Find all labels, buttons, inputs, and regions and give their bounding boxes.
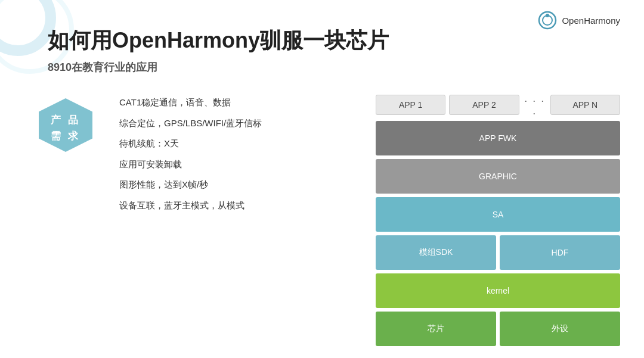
graphic-row: GRAPHIC xyxy=(376,159,620,194)
logo: OpenHarmony xyxy=(538,11,620,30)
main-title: 如何用OpenHarmony驯服一块芯片 xyxy=(48,26,525,55)
openharmony-logo-icon xyxy=(538,11,557,30)
sub-title: 8910在教育行业的应用 xyxy=(48,60,525,74)
feature-item-5: 图形性能，达到X帧/秒 xyxy=(119,175,358,195)
sa-row: SA xyxy=(376,197,620,232)
sa-block: SA xyxy=(376,197,620,232)
appfwk-row: APP FWK xyxy=(376,121,620,155)
feature-item-1: CAT1稳定通信，语音、数据 xyxy=(119,92,358,113)
hdf-block: HDF xyxy=(500,235,620,270)
kernel-block: kernel xyxy=(376,273,620,308)
app2-block: APP 2 xyxy=(449,95,519,115)
appfwk-block: APP FWK xyxy=(376,121,620,155)
kernel-row: kernel xyxy=(376,273,620,308)
sdk-hdf-row: 模组SDK HDF xyxy=(376,235,620,270)
app-dots: . . . . xyxy=(523,92,547,117)
feature-item-6: 设备互联，蓝牙主模式，从模式 xyxy=(119,195,358,216)
chip-block: 芯片 xyxy=(376,312,496,346)
app1-block: APP 1 xyxy=(376,95,445,115)
peripheral-block: 外设 xyxy=(500,312,620,346)
feature-item-4: 应用可安装卸载 xyxy=(119,154,358,175)
content-area: 产 品 需 求 CAT1稳定通信，语音、数据 综合定位，GPS/LBS/WIFI… xyxy=(0,89,644,358)
architecture-diagram: APP 1 APP 2 . . . . APP N APP FWK GRAPHI… xyxy=(376,89,620,358)
left-panel: 产 品 需 求 CAT1稳定通信，语音、数据 综合定位，GPS/LBS/WIFI… xyxy=(24,89,358,358)
app-row: APP 1 APP 2 . . . . APP N xyxy=(376,92,620,117)
svg-point-4 xyxy=(546,14,549,17)
feature-item-3: 待机续航：X天 xyxy=(119,133,358,154)
sdk-block: 模组SDK xyxy=(376,235,496,270)
hexagon-wrapper: 产 品 需 求 xyxy=(24,95,107,161)
chip-peripheral-row: 芯片 外设 xyxy=(376,312,620,346)
appn-block: APP N xyxy=(550,95,620,115)
feature-item-2: 综合定位，GPS/LBS/WIFI/蓝牙信标 xyxy=(119,113,358,134)
graphic-block: GRAPHIC xyxy=(376,159,620,194)
hexagon: 产 品 需 求 xyxy=(33,95,98,161)
hexagon-text: 产 品 需 求 xyxy=(51,112,81,144)
feature-list: CAT1稳定通信，语音、数据 综合定位，GPS/LBS/WIFI/蓝牙信标 待机… xyxy=(119,89,358,222)
logo-label: OpenHarmony xyxy=(562,15,620,26)
